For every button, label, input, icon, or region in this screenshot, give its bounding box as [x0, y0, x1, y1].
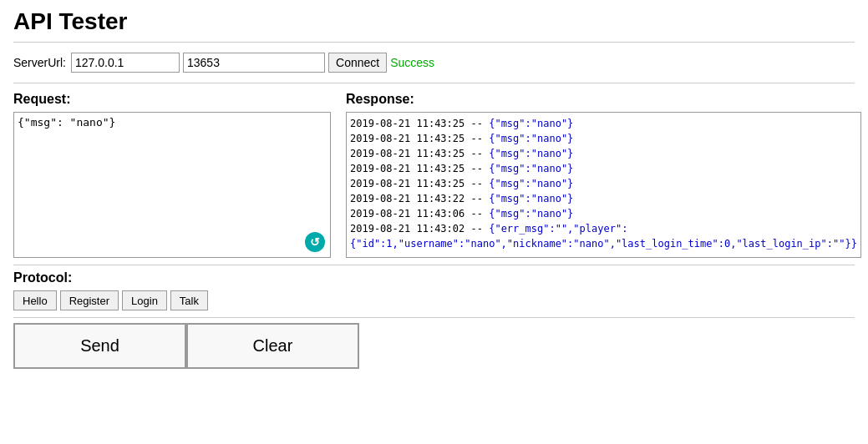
protocol-btn-login[interactable]: Login: [122, 290, 167, 310]
protocol-btn-register[interactable]: Register: [60, 290, 119, 310]
response-line: 2019-08-21 11:43:25 -- {"msg":"nano"}: [350, 161, 857, 176]
refresh-icon[interactable]: ↺: [305, 232, 325, 252]
clear-button[interactable]: Clear: [186, 323, 359, 369]
request-section: Request: ↺: [13, 92, 339, 258]
response-title: Response:: [346, 92, 861, 107]
server-row: ServerUrl: Connect Success: [13, 48, 855, 78]
response-line: 2019-08-21 11:43:25 -- {"msg":"nano"}: [350, 176, 857, 191]
divider-protocol-bottom: [13, 317, 855, 318]
response-line: 2019-08-21 11:43:02 -- {"err_msg":"","pl…: [350, 221, 857, 236]
response-line: 2019-08-21 11:43:22 -- {"msg":"nano"}: [350, 191, 857, 206]
response-line: {"id":1,"username":"nano","nickname":"na…: [350, 236, 857, 251]
request-textarea[interactable]: [14, 113, 330, 257]
server-url-label: ServerUrl:: [13, 56, 66, 69]
response-line: 2019-08-21 11:43:25 -- {"msg":"nano"}: [350, 131, 857, 146]
response-section: Response: 2019-08-21 11:43:25 -- {"msg":…: [346, 92, 861, 258]
connection-status: Success: [390, 56, 434, 69]
send-button[interactable]: Send: [13, 323, 186, 369]
divider-top: [13, 42, 855, 43]
request-area: ↺: [13, 112, 331, 258]
action-buttons: Send Clear: [13, 323, 855, 369]
response-line: 2019-08-21 11:43:25 -- {"msg":"nano"}: [350, 146, 857, 161]
request-title: Request:: [13, 92, 339, 107]
divider-server: [13, 83, 855, 83]
protocol-title: Protocol:: [13, 270, 855, 285]
server-port-input[interactable]: [183, 53, 325, 73]
protocol-section: Protocol: HelloRegisterLoginTalk: [13, 265, 855, 318]
server-ip-input[interactable]: [71, 53, 180, 73]
protocol-btn-talk[interactable]: Talk: [170, 290, 208, 310]
response-line: 2019-08-21 11:43:06 -- {"msg":"nano"}: [350, 206, 857, 221]
page-title: API Tester: [13, 8, 855, 35]
connect-button[interactable]: Connect: [328, 53, 387, 73]
divider-protocol-top: [13, 265, 855, 265]
protocol-btn-hello[interactable]: Hello: [13, 290, 57, 310]
response-line: 2019-08-21 11:43:25 -- {"msg":"nano"}: [350, 116, 857, 131]
main-sections: Request: ↺ Response: 2019-08-21 11:43:25…: [13, 92, 855, 258]
response-box[interactable]: 2019-08-21 11:43:25 -- {"msg":"nano"}201…: [346, 112, 861, 258]
protocol-buttons: HelloRegisterLoginTalk: [13, 290, 855, 310]
